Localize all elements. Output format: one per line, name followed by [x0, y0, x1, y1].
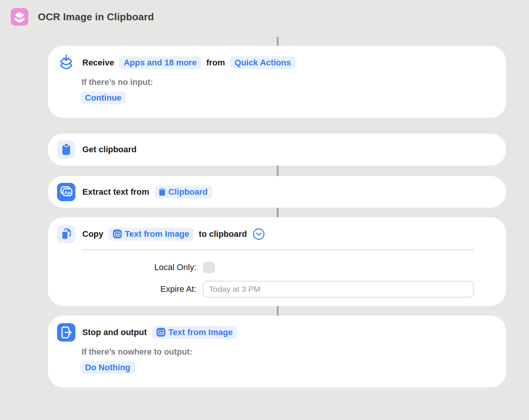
no-input-condition-label: If there’s no input: — [82, 78, 506, 87]
svg-text:Aa: Aa — [159, 331, 163, 334]
from-label: from — [206, 58, 225, 68]
copy-documents-icon — [57, 225, 75, 243]
expire-at-label: Expire At: — [57, 284, 196, 294]
svg-text:Aa: Aa — [64, 189, 71, 195]
shortcut-app-icon[interactable] — [11, 8, 28, 26]
action-label: Copy — [82, 229, 103, 239]
action-card-get-clipboard[interactable]: Get clipboard — [48, 133, 506, 166]
stack-layers-icon — [11, 8, 28, 26]
connector-line — [277, 37, 279, 46]
options-divider — [82, 249, 474, 250]
chevron-down-icon[interactable] — [253, 228, 265, 240]
text-from-image-pill[interactable]: Aa Text from Image — [108, 228, 194, 241]
extract-text-icon: Aa — [57, 183, 75, 201]
local-only-checkbox[interactable] — [203, 262, 215, 273]
text-from-image-pill[interactable]: Aa Text from Image — [152, 326, 237, 339]
connector-line — [277, 306, 279, 316]
do-nothing-pill[interactable]: Do Nothing — [80, 361, 135, 374]
nowhere-to-output-condition-label: If there’s nowhere to output: — [82, 347, 506, 357]
action-card-extract-text[interactable]: Aa Extract text from Clipboard — [48, 176, 506, 208]
action-label: Extract text from — [82, 187, 149, 197]
local-only-label: Local Only: — [57, 262, 196, 272]
action-label: Stop and output — [82, 327, 147, 337]
action-card-receive[interactable]: Receive Apps and 18 more from Quick Acti… — [48, 46, 506, 118]
action-card-stop-and-output[interactable]: Stop and output Aa Text from Image If th… — [48, 316, 506, 387]
workflow-title: OCR Image in Clipboard — [38, 11, 154, 23]
connector-line — [277, 207, 279, 218]
input-types-pill[interactable]: Apps and 18 more — [119, 56, 201, 69]
clipboard-variable-pill[interactable]: Clipboard — [154, 186, 212, 199]
receive-input-icon — [57, 54, 75, 72]
shortcuts-editor-canvas: OCR Image in Clipboard Receive Apps and — [0, 0, 529, 420]
suffix-label: to clipboard — [199, 229, 247, 239]
clipboard-icon — [57, 140, 75, 159]
clipboard-mini-icon — [159, 188, 165, 196]
text-mini-icon: Aa — [157, 328, 165, 337]
expire-at-input[interactable] — [203, 281, 474, 298]
text-mini-icon: Aa — [113, 230, 122, 238]
workflow-header: OCR Image in Clipboard — [11, 8, 154, 26]
svg-text:Aa: Aa — [116, 233, 119, 236]
action-label: Get clipboard — [82, 145, 137, 155]
action-card-copy-to-clipboard[interactable]: Copy Aa Text from Image to clipboard — [48, 217, 506, 306]
action-label: Receive — [82, 58, 114, 68]
source-pill[interactable]: Quick Actions — [230, 56, 296, 69]
continue-pill[interactable]: Continue — [80, 91, 126, 104]
connector-line — [277, 165, 279, 176]
output-exit-icon — [57, 323, 75, 342]
